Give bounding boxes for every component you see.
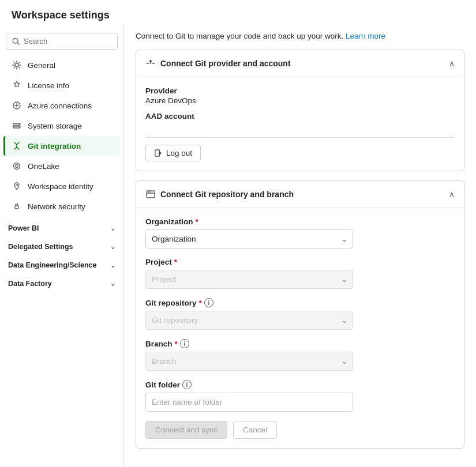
svg-point-2 — [15, 63, 18, 67]
connect-sync-button[interactable]: Connect and sync — [145, 421, 227, 439]
repo-card-header-left: Connect Git repository and branch — [145, 189, 294, 199]
svg-line-1 — [17, 43, 19, 44]
azure-connections-icon — [12, 100, 22, 111]
project-label: Project * — [145, 258, 455, 266]
provider-card: Connect Git provider and account ∧ Provi… — [136, 50, 464, 171]
svg-point-9 — [16, 165, 18, 168]
onelake-icon — [12, 161, 22, 171]
sidebar-item-label-license: License info — [28, 81, 69, 90]
organization-select-wrapper: Organization ⌄ — [145, 229, 353, 248]
git-repo-select-wrapper: Git repository ⌄ — [145, 311, 353, 330]
git-folder-group: Git folder i — [145, 380, 455, 412]
git-repo-label: Git repository * i — [145, 298, 455, 307]
provider-card-header: Connect Git provider and account ∧ — [136, 50, 464, 77]
git-folder-info-icon: i — [182, 380, 192, 389]
aad-value — [145, 122, 455, 130]
nav-section-label-engineering: Data Engineering/Science — [8, 261, 97, 269]
git-folder-label: Git folder i — [145, 380, 455, 389]
chevron-down-icon: ⌄ — [110, 262, 115, 269]
sidebar-item-workspace-identity[interactable]: Workspace identity — [3, 176, 120, 196]
sidebar-item-label-network: Network security — [28, 202, 85, 211]
sidebar-item-general[interactable]: General — [3, 55, 120, 75]
sidebar-item-label-git: Git integration — [28, 142, 81, 150]
nav-section-data-engineering[interactable]: Data Engineering/Science ⌄ — [0, 255, 123, 272]
chevron-down-icon: ⌄ — [110, 243, 115, 251]
nav-section-data-factory[interactable]: Data Factory ⌄ — [0, 274, 123, 290]
repo-collapse-icon[interactable]: ∧ — [449, 190, 455, 199]
project-required-star: * — [174, 258, 177, 266]
nav-section-label-powerbi: Power BI — [8, 224, 39, 232]
svg-rect-11 — [15, 206, 18, 209]
license-icon — [12, 80, 22, 91]
branch-required-star: * — [175, 340, 178, 348]
main-content: General License info Azure connections S… — [0, 26, 476, 467]
git-integration-icon — [12, 141, 22, 151]
sidebar-item-label-storage: System storage — [28, 122, 82, 130]
repo-icon — [145, 189, 156, 199]
svg-point-7 — [19, 127, 20, 128]
svg-point-6 — [19, 124, 20, 125]
git-provider-icon — [145, 58, 156, 69]
content-area: Connect to Git to manage your code and b… — [124, 26, 476, 467]
branch-info-icon: i — [180, 339, 189, 348]
sidebar: General License info Azure connections S… — [0, 26, 124, 467]
sidebar-item-system-storage[interactable]: System storage — [3, 116, 120, 135]
repo-card: Connect Git repository and branch ∧ Orga… — [136, 180, 464, 449]
nav-section-powerbi[interactable]: Power BI ⌄ — [0, 219, 123, 235]
network-security-icon — [12, 201, 22, 212]
provider-card-body: Provider Azure DevOps AAD account Log ou… — [136, 77, 464, 171]
repo-card-title: Connect Git repository and branch — [160, 190, 294, 199]
organization-select[interactable]: Organization — [145, 229, 353, 248]
sidebar-item-azure-connections[interactable]: Azure connections — [3, 96, 120, 115]
git-folder-input[interactable] — [145, 393, 353, 412]
card-divider — [145, 137, 455, 138]
project-select-wrapper: Project ⌄ — [145, 270, 353, 289]
repo-card-body: Organization * Organization ⌄ — [136, 208, 464, 448]
org-required-star: * — [196, 217, 198, 226]
project-select[interactable]: Project — [145, 270, 353, 289]
sidebar-item-label-identity: Workspace identity — [28, 182, 93, 191]
sidebar-item-network-security[interactable]: Network security — [3, 197, 120, 216]
search-icon — [12, 37, 20, 46]
logout-button[interactable]: Log out — [145, 145, 201, 161]
sidebar-item-license-info[interactable]: License info — [3, 76, 120, 95]
git-repo-group: Git repository * i Git repository ⌄ — [145, 298, 455, 330]
system-storage-icon — [12, 120, 22, 131]
branch-select-wrapper: Branch ⌄ — [145, 352, 353, 371]
search-box[interactable] — [6, 33, 118, 50]
provider-card-title: Connect Git provider and account — [160, 59, 291, 68]
git-repo-info-icon: i — [204, 298, 213, 307]
chevron-down-icon: ⌄ — [110, 280, 115, 288]
git-repo-required-star: * — [199, 299, 202, 307]
sidebar-item-label-general: General — [28, 61, 55, 70]
provider-value: Azure DevOps — [145, 96, 455, 105]
cancel-button[interactable]: Cancel — [233, 421, 277, 439]
sidebar-item-git-integration[interactable]: Git integration — [3, 136, 120, 156]
search-input[interactable] — [24, 37, 111, 46]
sidebar-item-label-azure: Azure connections — [28, 101, 92, 110]
provider-label: Provider — [145, 86, 455, 95]
provider-collapse-icon[interactable]: ∧ — [449, 59, 455, 68]
git-repo-select[interactable]: Git repository — [145, 311, 353, 330]
svg-point-14 — [148, 191, 149, 193]
branch-group: Branch * i Branch ⌄ — [145, 339, 455, 371]
form-actions: Connect and sync Cancel — [145, 421, 455, 439]
branch-label: Branch * i — [145, 339, 455, 348]
sidebar-item-label-onelake: OneLake — [28, 162, 59, 171]
organization-group: Organization * Organization ⌄ — [145, 217, 455, 248]
nav-section-label-delegated: Delegated Settings — [8, 243, 73, 251]
provider-card-header-left: Connect Git provider and account — [145, 58, 291, 69]
organization-label: Organization * — [145, 217, 455, 226]
branch-select[interactable]: Branch — [145, 352, 353, 371]
learn-more-link[interactable]: Learn more — [346, 32, 385, 40]
svg-point-10 — [16, 184, 18, 186]
svg-point-15 — [149, 191, 151, 193]
page-title: Workspace settings — [0, 0, 476, 26]
section-subtitle: Connect to Git to manage your code and b… — [136, 26, 464, 40]
sidebar-item-onelake[interactable]: OneLake — [3, 156, 120, 176]
nav-section-delegated[interactable]: Delegated Settings ⌄ — [0, 237, 123, 253]
logout-icon — [154, 149, 163, 157]
repo-card-header: Connect Git repository and branch ∧ — [136, 181, 464, 208]
workspace-settings-layout: Workspace settings General — [0, 0, 476, 467]
project-group: Project * Project ⌄ — [145, 258, 455, 289]
